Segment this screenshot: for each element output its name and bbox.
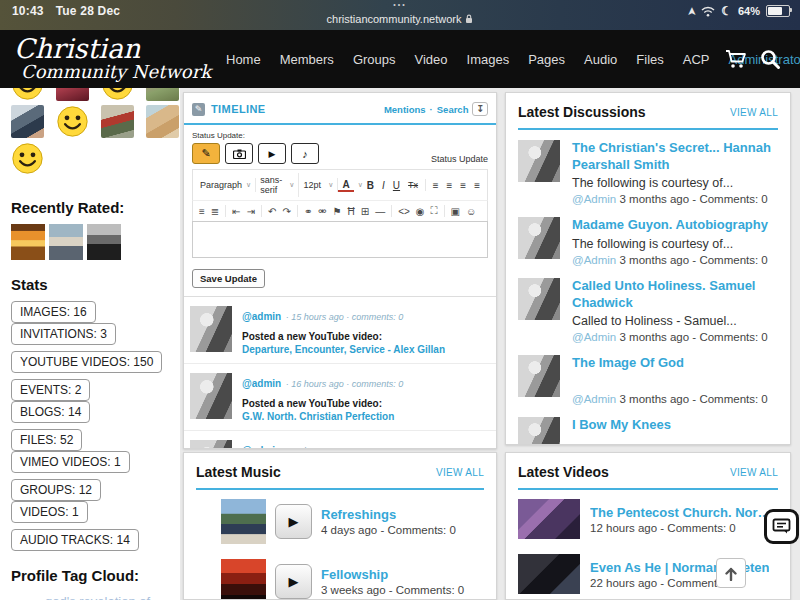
clear-format-button[interactable]: Tx bbox=[404, 179, 422, 191]
music-title-link[interactable]: Fellowship bbox=[321, 567, 464, 582]
avatar[interactable] bbox=[190, 306, 232, 352]
nav-item-members[interactable]: Members bbox=[280, 52, 334, 67]
undo-icon[interactable]: ↶ bbox=[265, 205, 279, 218]
text-post-button[interactable]: ✎ bbox=[192, 143, 220, 164]
discussion-title-link[interactable]: I Bow My Knees bbox=[572, 417, 671, 434]
feed-user-link[interactable]: @admin bbox=[242, 445, 281, 449]
status-update-textarea[interactable] bbox=[192, 221, 488, 258]
tab-menu-dots-icon[interactable]: ••• bbox=[0, 0, 800, 9]
insert-link-icon[interactable]: ⚭ bbox=[301, 205, 315, 218]
feed-user-link[interactable]: @admin bbox=[242, 378, 281, 389]
nav-item-audio[interactable]: Audio bbox=[584, 52, 617, 67]
photo-post-button[interactable] bbox=[225, 143, 253, 164]
align-left-icon[interactable]: ≡ bbox=[429, 179, 443, 192]
nav-item-video[interactable]: Video bbox=[415, 52, 448, 67]
search-icon[interactable] bbox=[758, 47, 782, 71]
align-center-icon[interactable]: ≡ bbox=[442, 179, 456, 192]
nav-item-pages[interactable]: Pages bbox=[528, 52, 565, 67]
member-avatar[interactable] bbox=[146, 105, 179, 138]
stat-chip-blogs[interactable]: BLOGS: 14 bbox=[11, 401, 90, 423]
avatar[interactable] bbox=[518, 140, 560, 182]
play-button[interactable]: ▶ bbox=[275, 504, 312, 539]
stat-chip-vimeo-videos[interactable]: VIMEO VIDEOS: 1 bbox=[11, 451, 130, 473]
horizontal-rule-icon[interactable]: — bbox=[372, 205, 388, 218]
member-avatar-smiley[interactable] bbox=[56, 105, 89, 138]
member-avatar[interactable] bbox=[11, 88, 44, 101]
save-update-button[interactable]: Save Update bbox=[192, 269, 265, 288]
videos-view-all-link[interactable]: VIEW ALL bbox=[730, 467, 778, 478]
stat-chip-audio-tracks[interactable]: AUDIO TRACKS: 14 bbox=[11, 529, 139, 551]
video-thumb[interactable] bbox=[518, 554, 580, 594]
member-avatar[interactable] bbox=[146, 88, 179, 101]
video-post-button[interactable]: ▶ bbox=[258, 143, 286, 164]
site-logo[interactable]: Christian Community Network bbox=[14, 35, 211, 81]
align-right-icon[interactable]: ≡ bbox=[456, 179, 470, 192]
redo-icon[interactable]: ↷ bbox=[279, 205, 293, 218]
discussion-title-link[interactable]: Madame Guyon. Autobiography bbox=[572, 217, 768, 234]
music-thumb[interactable] bbox=[221, 559, 266, 600]
video-title-link[interactable]: The Pentecost Church. Norman... bbox=[590, 505, 778, 520]
italic-button[interactable]: I bbox=[378, 179, 389, 192]
nav-item-groups[interactable]: Groups bbox=[353, 52, 396, 67]
feed-content-link[interactable]: G.W. North. Christian Perfection bbox=[242, 411, 403, 422]
play-button[interactable]: ▶ bbox=[275, 564, 312, 599]
nav-item-acp[interactable]: ACP bbox=[683, 52, 710, 67]
avatar[interactable] bbox=[518, 217, 560, 259]
underline-button[interactable]: U bbox=[389, 179, 404, 192]
feed-user-link[interactable]: @admin bbox=[242, 311, 281, 322]
music-title-link[interactable]: Refreshings bbox=[321, 507, 456, 522]
remove-link-icon[interactable]: ⚮ bbox=[315, 205, 329, 218]
font-size-select[interactable]: 12pt∨ bbox=[299, 178, 338, 192]
outdent-icon[interactable]: ⇤ bbox=[229, 205, 243, 218]
cart-icon[interactable] bbox=[724, 47, 748, 71]
special-char-icon[interactable]: Ħ bbox=[345, 205, 358, 218]
discussion-author-link[interactable]: @Admin bbox=[572, 331, 616, 343]
stat-chip-invitations[interactable]: INVITATIONS: 3 bbox=[11, 323, 116, 345]
mentions-link[interactable]: Mentions bbox=[384, 104, 426, 115]
feed-meta[interactable]: · 16 hours ago · comments: 0 bbox=[286, 379, 404, 389]
bold-button[interactable]: B bbox=[363, 179, 378, 192]
collapse-button[interactable]: ↧ bbox=[472, 102, 488, 116]
nav-item-home[interactable]: Home bbox=[226, 52, 261, 67]
media-embed-icon[interactable]: ▣ bbox=[448, 205, 463, 218]
discussion-author-link[interactable]: @Admin bbox=[572, 193, 616, 205]
text-color-button[interactable]: A bbox=[338, 179, 353, 192]
video-thumb[interactable] bbox=[518, 499, 580, 539]
stat-chip-videos[interactable]: VIDEOS: 1 bbox=[11, 501, 88, 523]
paragraph-format-select[interactable]: Paragraph∨ bbox=[196, 178, 256, 192]
timeline-search-link[interactable]: Search bbox=[437, 104, 469, 115]
unordered-list-icon[interactable]: ≡ bbox=[196, 205, 208, 218]
discussions-view-all-link[interactable]: VIEW ALL bbox=[730, 107, 778, 118]
table-icon[interactable]: ⊞ bbox=[358, 205, 372, 218]
nav-item-images[interactable]: Images bbox=[467, 52, 510, 67]
address-url[interactable]: christiancommunity.network bbox=[327, 13, 474, 25]
rated-thumb-man[interactable] bbox=[87, 224, 121, 260]
music-view-all-link[interactable]: VIEW ALL bbox=[436, 467, 484, 478]
tag-gods-revelation[interactable]: god's revelation of himself bbox=[45, 594, 150, 600]
avatar[interactable] bbox=[190, 373, 232, 419]
member-avatar[interactable] bbox=[101, 88, 134, 101]
avatar[interactable] bbox=[518, 355, 560, 397]
stat-chip-events[interactable]: EVENTS: 2 bbox=[11, 379, 90, 401]
discussion-title-link[interactable]: The Image Of God bbox=[572, 355, 768, 372]
fullscreen-icon[interactable]: ⛶ bbox=[428, 204, 441, 218]
rated-thumb-book[interactable] bbox=[11, 224, 45, 260]
font-family-select[interactable]: sans-serif∨ bbox=[256, 173, 299, 197]
discussion-author-link[interactable]: @Admin bbox=[572, 393, 616, 405]
feed-meta[interactable]: · 15 hours ago · comments: 0 bbox=[286, 312, 404, 322]
stat-chip-images[interactable]: IMAGES: 16 bbox=[11, 301, 96, 323]
discussion-author-link[interactable]: @Admin bbox=[572, 254, 616, 266]
member-avatar-smiley[interactable] bbox=[11, 142, 44, 175]
audio-post-button[interactable]: ♪ bbox=[291, 143, 319, 164]
avatar[interactable] bbox=[518, 417, 560, 445]
avatar[interactable] bbox=[190, 440, 232, 449]
indent-icon[interactable]: ⇥ bbox=[244, 205, 258, 218]
align-justify-icon[interactable]: ≡ bbox=[470, 179, 484, 192]
music-thumb[interactable] bbox=[221, 499, 266, 544]
discussion-title-link[interactable]: The Christian's Secret... Hannah Pearsha… bbox=[572, 140, 778, 173]
source-code-icon[interactable]: <> bbox=[395, 205, 413, 218]
discussion-title-link[interactable]: Called Unto Holiness. Samuel Chadwick bbox=[572, 278, 778, 311]
scroll-to-top-button[interactable] bbox=[716, 558, 746, 588]
stat-chip-youtube-videos[interactable]: YOUTUBE VIDEOS: 150 bbox=[11, 351, 162, 373]
member-avatar[interactable] bbox=[56, 88, 89, 101]
